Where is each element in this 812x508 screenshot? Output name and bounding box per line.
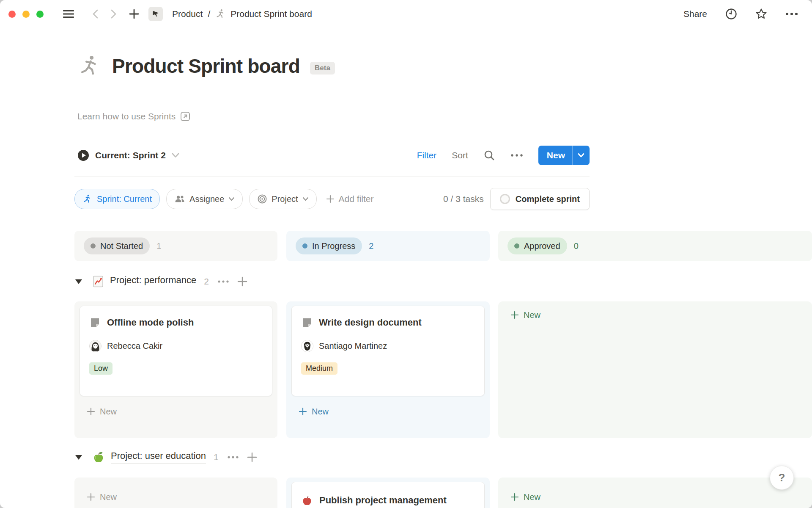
- chart-increasing-icon[interactable]: [92, 275, 104, 288]
- ellipsis-icon: [785, 12, 798, 16]
- minimize-window-button[interactable]: [22, 11, 30, 18]
- runner-icon: [215, 8, 226, 19]
- add-card-label: New: [524, 492, 540, 502]
- plus-icon: [247, 452, 258, 463]
- sort-button[interactable]: Sort: [450, 149, 470, 161]
- board-cell: New: [74, 478, 277, 508]
- add-card-button[interactable]: New: [503, 306, 807, 324]
- column-header[interactable]: Not Started 1: [74, 231, 277, 261]
- group-options-button[interactable]: [227, 456, 239, 459]
- plus-icon: [298, 407, 307, 416]
- group-header-user-education: Project: user education 1: [75, 448, 258, 467]
- plus-icon: [86, 492, 96, 502]
- learn-link[interactable]: Learn how to use Sprints: [77, 111, 191, 122]
- add-filter-label: Add filter: [339, 194, 374, 204]
- add-card-label: New: [100, 492, 117, 502]
- board-cell: New: [498, 478, 812, 508]
- learn-link-label: Learn how to use Sprints: [77, 111, 176, 121]
- forward-button[interactable]: [106, 6, 121, 22]
- help-button[interactable]: ?: [770, 466, 794, 490]
- filter-pill-assignee[interactable]: Assignee: [166, 189, 243, 209]
- ellipsis-icon: [510, 154, 523, 157]
- collapse-triangle-icon[interactable]: [75, 279, 82, 284]
- task-title: Publish project management: [319, 494, 447, 507]
- add-card-button[interactable]: New: [80, 488, 272, 506]
- sidebar-toggle-button[interactable]: [60, 7, 77, 21]
- complete-sprint-button[interactable]: Complete sprint: [490, 188, 590, 210]
- view-label: Current: Sprint 2: [95, 150, 166, 160]
- column-approved: Approved 0 New New: [498, 231, 812, 508]
- assignee-row: Santiago Martinez: [301, 340, 475, 352]
- board-cell: New: [498, 301, 812, 438]
- group-title[interactable]: Project: user education: [111, 450, 206, 464]
- share-button[interactable]: Share: [681, 8, 710, 19]
- new-task-button[interactable]: New: [538, 146, 590, 165]
- updates-button[interactable]: [723, 6, 739, 22]
- search-button[interactable]: [482, 148, 497, 163]
- page-icon: [89, 317, 101, 329]
- chevron-right-icon: [108, 8, 119, 20]
- plus-icon: [510, 492, 519, 502]
- add-card-label: New: [312, 407, 329, 417]
- ellipsis-icon: [227, 456, 239, 459]
- add-card-label: New: [100, 407, 117, 417]
- task-card[interactable]: Offline mode polish Rebecca Cakir Low: [80, 306, 272, 396]
- progress-ring-icon: [500, 194, 510, 204]
- column-header[interactable]: Approved 0: [498, 231, 812, 261]
- back-button[interactable]: [88, 6, 103, 22]
- close-window-button[interactable]: [8, 11, 16, 18]
- breadcrumb-page[interactable]: Product Sprint board: [215, 8, 312, 19]
- chevron-down-icon: [228, 197, 235, 201]
- column-count: 0: [574, 241, 579, 251]
- chevron-left-icon: [90, 8, 101, 20]
- new-task-label: New: [538, 146, 572, 165]
- assignee-row: Rebecca Cakir: [89, 340, 263, 352]
- view-switcher[interactable]: Current: Sprint 2: [74, 149, 182, 162]
- add-card-button[interactable]: New: [291, 402, 485, 421]
- green-apple-icon[interactable]: [92, 451, 105, 464]
- board-cell: Write design document Santiago Martinez …: [286, 301, 490, 438]
- favorite-button[interactable]: [753, 6, 770, 22]
- add-card-button[interactable]: New: [80, 402, 272, 421]
- task-card[interactable]: Write design document Santiago Martinez …: [291, 306, 485, 396]
- group-title[interactable]: Project: performance: [110, 275, 196, 288]
- status-dot: [514, 243, 519, 248]
- filter-button[interactable]: Filter: [415, 149, 439, 161]
- status-pill-not-started[interactable]: Not Started: [84, 237, 150, 254]
- breadcrumb-workspace[interactable]: Product: [172, 9, 203, 19]
- board-cell: Offline mode polish Rebecca Cakir Low Ne…: [74, 301, 277, 438]
- filter-pill-sprint[interactable]: Sprint: Current: [74, 189, 160, 209]
- toolbar-divider: [74, 177, 590, 177]
- more-button[interactable]: [783, 10, 800, 18]
- assignee-name: Rebecca Cakir: [107, 341, 162, 351]
- new-page-button[interactable]: [126, 6, 142, 22]
- filter-pill-project-label: Project: [272, 194, 298, 204]
- task-card[interactable]: Publish project management: [291, 482, 485, 508]
- plus-icon: [128, 8, 140, 20]
- fullscreen-window-button[interactable]: [36, 11, 44, 18]
- add-card-label: New: [524, 310, 540, 320]
- group-count: 2: [204, 276, 209, 287]
- workspace-icon[interactable]: [148, 7, 163, 21]
- filter-pill-project[interactable]: Project: [249, 189, 316, 209]
- view-options-button[interactable]: [509, 152, 525, 159]
- add-filter-button[interactable]: Add filter: [323, 193, 376, 204]
- page-icon: [301, 317, 313, 329]
- page-title[interactable]: Product Sprint board: [112, 55, 300, 77]
- collapse-triangle-icon[interactable]: [75, 455, 82, 460]
- filter-pill-sprint-label: Sprint: Current: [97, 194, 152, 204]
- app-window: Product / Product Sprint board Share Pro…: [0, 0, 812, 508]
- new-task-dropdown[interactable]: [573, 146, 590, 165]
- clock-icon: [725, 8, 738, 20]
- group-add-button[interactable]: [237, 276, 248, 287]
- add-card-button[interactable]: New: [503, 488, 807, 506]
- column-header[interactable]: In Progress 2: [286, 231, 490, 261]
- group-options-button[interactable]: [217, 280, 229, 283]
- chevron-down-icon: [171, 152, 180, 158]
- status-pill-approved[interactable]: Approved: [508, 237, 567, 254]
- runner-icon: [82, 194, 93, 204]
- priority-tag: Low: [89, 362, 112, 375]
- status-pill-in-progress[interactable]: In Progress: [296, 237, 362, 254]
- group-add-button[interactable]: [247, 452, 258, 463]
- page-icon-runner[interactable]: [78, 54, 102, 78]
